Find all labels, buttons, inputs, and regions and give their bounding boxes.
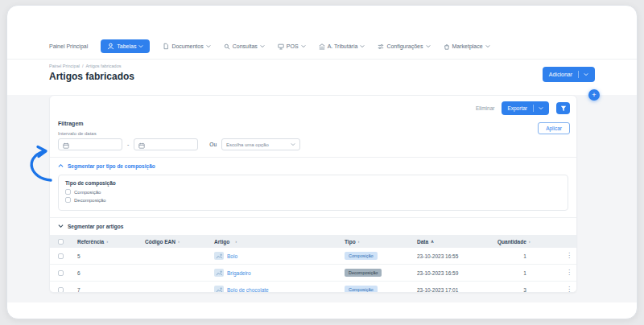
column-artigo-label: Artigo (214, 239, 229, 245)
column-tipo[interactable]: Tipo › (338, 239, 411, 245)
add-button[interactable]: Adicionar (543, 67, 595, 82)
nav-tabelas[interactable]: Tabelas (101, 39, 150, 53)
column-quantidade[interactable]: Quantidade › (491, 239, 559, 245)
add-button-label: Adicionar (549, 72, 572, 77)
nav-documentos-label: Documentos (171, 43, 203, 49)
section-toggle-composition[interactable]: Segmentar por tipo de composição (50, 157, 576, 175)
content-area: Eliminar Exportar Filtragem Intervalo de… (7, 95, 637, 302)
column-referencia-label: Referência (77, 239, 104, 245)
option-select[interactable]: Escolha uma opção (221, 138, 300, 150)
nav-tributaria[interactable]: A. Tributária (319, 43, 365, 50)
checkbox-row-decomposicao[interactable]: Decomposição (65, 197, 561, 203)
composition-filter-box: Tipo de composição Composição Decomposiç… (58, 175, 568, 211)
nav-painel-principal[interactable]: Painel Principal (49, 43, 88, 49)
decomposicao-checkbox[interactable] (65, 197, 71, 203)
chevron-down-icon (58, 224, 64, 229)
floating-add-button[interactable]: + (588, 89, 600, 101)
page-title: Artigos fabricados (49, 71, 134, 82)
app-window: Painel Principal Tabelas Documentos (6, 5, 638, 319)
row-checkbox[interactable] (58, 270, 64, 276)
cell-tipo: Decomposição (338, 269, 411, 277)
nav-marketplace[interactable]: Marketplace (444, 43, 490, 50)
top-navigation: Painel Principal Tabelas Documentos (7, 39, 637, 60)
option-select-value: Escolha uma opção (226, 142, 269, 147)
nav-tributaria-label: A. Tributária (328, 43, 358, 49)
tipo-badge: Composição (345, 252, 378, 260)
composicao-checkbox-label: Composição (74, 190, 101, 195)
people-icon (107, 43, 114, 50)
apply-button[interactable]: Aplicar (538, 122, 570, 134)
chevron-down-icon (206, 44, 211, 48)
row-checkbox[interactable] (58, 287, 64, 293)
search-icon (224, 43, 230, 50)
nav-tabelas-label: Tabelas (117, 43, 136, 49)
nav-configuracoes-label: Configurações (386, 43, 423, 49)
calendar-icon (138, 138, 145, 152)
row-menu-icon[interactable]: ⋮ (566, 252, 572, 259)
breadcrumb-separator: / (82, 64, 84, 68)
cell-artigo: Brigadeiro (208, 269, 338, 277)
calendar-icon (63, 138, 69, 152)
date-range-dash: - (127, 142, 129, 147)
filter-button[interactable] (556, 102, 570, 114)
article-image-icon (214, 286, 224, 293)
monitor-icon (278, 43, 284, 50)
cell-quantidade: 1 (491, 270, 559, 276)
checkbox-row-composicao[interactable]: Composição (65, 189, 561, 195)
breadcrumb-current: Artigos fabricados (85, 64, 121, 68)
table-row[interactable]: 7 Bolo de chocolate Composição 23-10-202… (50, 282, 576, 293)
export-button[interactable]: Exportar (502, 101, 549, 115)
delete-button[interactable]: Eliminar (476, 105, 494, 111)
breadcrumb-parent[interactable]: Painel Principal (49, 64, 80, 68)
breadcrumb: Painel Principal / Artigos fabricados (49, 64, 134, 68)
section-toggle-articles[interactable]: Segmentar por artigos (50, 217, 576, 235)
date-range-label: Intervalo de datas (58, 131, 568, 136)
date-from-input[interactable] (58, 138, 122, 150)
date-to-input[interactable] (134, 138, 198, 150)
column-quantidade-label: Quantidade (497, 239, 526, 245)
button-divider (578, 71, 579, 78)
select-all-checkbox[interactable] (58, 239, 64, 245)
sort-icon: › (235, 239, 237, 244)
sort-icon: › (178, 239, 180, 244)
article-link[interactable]: Bolo (227, 253, 237, 259)
nav-pos[interactable]: POS (278, 43, 306, 50)
article-link[interactable]: Bolo de chocolate (227, 287, 269, 293)
or-label: Ou (209, 142, 217, 147)
row-menu-icon[interactable]: ⋮ (566, 286, 572, 293)
sort-icon: › (106, 239, 108, 244)
column-data-label: Data (417, 239, 428, 245)
sort-icon: › (529, 239, 530, 244)
filter-area: Filtragem Intervalo de datas - Ou (50, 117, 576, 157)
decomposicao-checkbox-label: Decomposição (74, 198, 106, 203)
chevron-down-icon (584, 72, 588, 77)
table-row[interactable]: 5 Bolo Composição 23-10-2023 16:55 1 ⋮ (50, 248, 576, 265)
chevron-up-icon (58, 163, 64, 169)
section-composition-title: Segmentar por tipo de composição (68, 163, 155, 169)
chevron-down-icon (539, 105, 543, 111)
cell-quantidade: 3 (491, 287, 559, 293)
nav-configuracoes[interactable]: Configurações (378, 43, 430, 50)
chevron-down-icon (426, 44, 431, 48)
row-checkbox[interactable] (58, 253, 64, 259)
document-icon (163, 43, 169, 50)
nav-pos-label: POS (287, 43, 299, 49)
row-menu-icon[interactable]: ⋮ (566, 269, 572, 276)
table-row[interactable]: 6 Brigadeiro Decomposição 23-10-2023 16:… (50, 265, 576, 282)
chevron-down-icon (485, 44, 490, 48)
page-header: Painel Principal / Artigos fabricados Ar… (7, 60, 637, 88)
column-referencia[interactable]: Referência › (71, 239, 138, 245)
nav-consultas[interactable]: Consultas (224, 43, 265, 50)
bank-icon (319, 43, 325, 50)
chevron-down-icon (301, 44, 306, 48)
filter-table-panel: Eliminar Exportar Filtragem Intervalo de… (49, 95, 577, 293)
cell-data: 23-10-2023 16:55 (411, 253, 491, 259)
article-image-icon (214, 252, 224, 260)
column-data[interactable]: Data ∧ (411, 239, 491, 245)
article-link[interactable]: Brigadeiro (227, 270, 251, 276)
cell-tipo: Composição (338, 252, 411, 260)
nav-documentos[interactable]: Documentos (163, 43, 210, 50)
column-artigo[interactable]: Artigo › (208, 239, 338, 245)
column-codigo-ean[interactable]: Código EAN › (138, 239, 208, 245)
composicao-checkbox[interactable] (65, 189, 71, 195)
